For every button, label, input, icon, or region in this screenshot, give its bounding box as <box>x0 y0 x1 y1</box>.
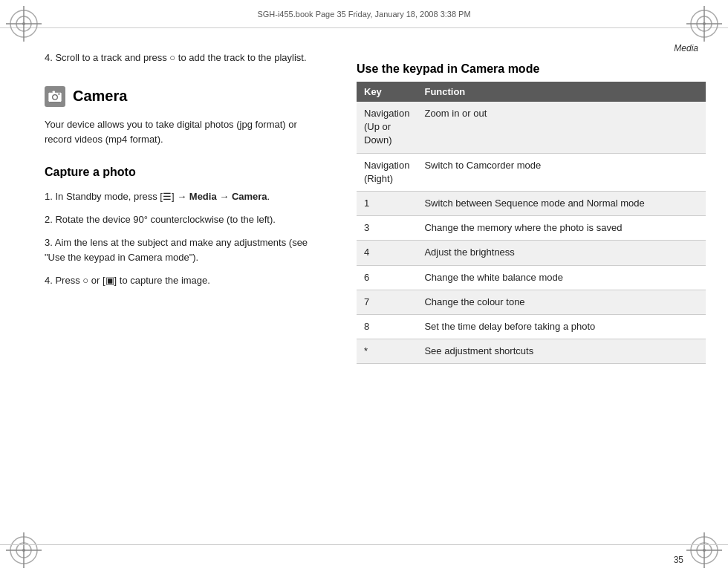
table-cell-function: Switch to Camcorder mode <box>417 153 706 191</box>
table-row: 4Adjust the brightness <box>357 241 706 265</box>
table-cell-function: Zoom in or out <box>417 102 706 153</box>
col-header-function: Function <box>417 82 706 102</box>
keypad-table: Key Function Navigation (Up or Down)Zoom… <box>357 82 706 364</box>
table-row: *See adjustment shortcuts <box>357 339 706 364</box>
step-2: 2. Rotate the device 90° counterclockwis… <box>45 212 319 228</box>
camera-description: Your device allows you to take digital p… <box>45 117 319 149</box>
table-cell-key: 6 <box>357 265 417 290</box>
table-row: 6Change the white balance mode <box>357 265 706 290</box>
table-cell-key: 8 <box>357 314 417 339</box>
svg-point-9 <box>703 22 706 25</box>
table-row: Navigation (Up or Down)Zoom in or out <box>357 102 706 153</box>
table-cell-function: Switch between Sequence mode and Normal … <box>417 191 706 215</box>
top-bar: SGH-i455.book Page 35 Friday, January 18… <box>0 0 728 28</box>
table-cell-function: Adjust the brightness <box>417 241 706 265</box>
table-row: 8Set the time delay before taking a phot… <box>357 314 706 339</box>
camera-title: Camera <box>73 88 127 105</box>
camera-section-heading: Camera <box>45 86 319 107</box>
table-cell-key: * <box>357 339 417 364</box>
playlist-instruction: 4. Scroll to a track and press ○ to add … <box>45 50 319 65</box>
table-row: 1Switch between Sequence mode and Normal… <box>357 191 706 215</box>
left-column: 4. Scroll to a track and press ○ to add … <box>0 28 342 544</box>
table-header-row: Key Function <box>357 82 706 102</box>
svg-rect-23 <box>53 91 55 93</box>
keypad-table-heading: Use the keypad in Camera mode <box>357 62 706 76</box>
table-row: Navigation (Right)Switch to Camcorder mo… <box>357 153 706 191</box>
main-content: 4. Scroll to a track and press ○ to add … <box>0 28 728 544</box>
camera-icon <box>45 86 65 107</box>
table-cell-function: Change the colour tone <box>417 290 706 314</box>
top-bar-text: SGH-i455.book Page 35 Friday, January 18… <box>45 10 683 19</box>
table-cell-key: Navigation (Right) <box>357 153 417 191</box>
bottom-bar: 35 <box>0 544 728 574</box>
capture-photo-heading: Capture a photo <box>45 166 319 179</box>
table-cell-function: See adjustment shortcuts <box>417 339 706 364</box>
col-header-key: Key <box>357 82 417 102</box>
capture-steps: 1. In Standby mode, press [☰] → Media → … <box>45 189 319 289</box>
table-cell-key: 4 <box>357 241 417 265</box>
svg-rect-24 <box>58 93 60 94</box>
step-1: 1. In Standby mode, press [☰] → Media → … <box>45 189 319 205</box>
step-4: 4. Press ○ or [▣] to capture the image. <box>45 273 319 289</box>
table-cell-key: 7 <box>357 290 417 314</box>
section-label: Media <box>357 43 706 53</box>
table-cell-function: Set the time delay before taking a photo <box>417 314 706 339</box>
table-row: 3Change the memory where the photo is sa… <box>357 216 706 241</box>
table-cell-key: Navigation (Up or Down) <box>357 102 417 153</box>
table-cell-key: 1 <box>357 191 417 215</box>
step-3: 3. Aim the lens at the subject and make … <box>45 235 319 267</box>
table-cell-function: Change the memory where the photo is sav… <box>417 216 706 241</box>
right-column: Media Use the keypad in Camera mode Key … <box>342 28 728 544</box>
table-cell-key: 3 <box>357 216 417 241</box>
page-number: 35 <box>674 555 683 565</box>
table-row: 7Change the colour tone <box>357 290 706 314</box>
svg-point-4 <box>22 22 25 25</box>
table-cell-function: Change the white balance mode <box>417 265 706 290</box>
